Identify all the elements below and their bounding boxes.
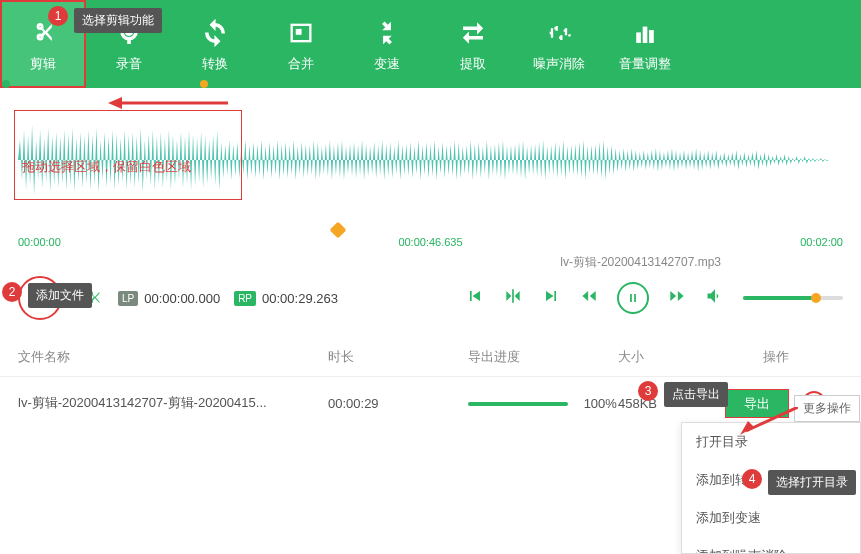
more-ops-label[interactable]: 更多操作	[794, 395, 860, 422]
annotation-tip-4: 选择打开目录	[768, 470, 856, 495]
row-name: lv-剪辑-20200413142707-剪辑-20200415...	[18, 394, 328, 412]
header-size: 大小	[618, 348, 708, 366]
marker-selection[interactable]	[200, 80, 208, 88]
playback-controls	[465, 282, 843, 314]
arrow-annotation-2	[738, 407, 798, 437]
tool-merge[interactable]: 合并	[258, 0, 344, 88]
header-name: 文件名称	[18, 348, 328, 366]
time-end: 00:02:00	[800, 236, 843, 248]
annotation-badge-1: 1	[48, 6, 68, 26]
waveform-track[interactable]: 拖动选择区域，保留白色区域	[18, 110, 843, 230]
svg-rect-3	[643, 27, 647, 42]
time-start: 00:00:00	[18, 236, 61, 248]
marker-start[interactable]	[2, 80, 10, 88]
header-duration: 时长	[328, 348, 468, 366]
annotation-tip-3: 点击导出	[664, 382, 728, 407]
speed-icon	[373, 15, 401, 51]
annotation-tip-2: 添加文件	[28, 283, 92, 308]
rp-badge[interactable]: RP	[234, 291, 256, 306]
volume-slider[interactable]	[743, 296, 843, 300]
tool-noise-label: 噪声消除	[533, 55, 585, 73]
row-duration: 00:00:29	[328, 396, 468, 411]
tool-extract-label: 提取	[460, 55, 486, 73]
tool-volume-label: 音量调整	[619, 55, 671, 73]
selection-box[interactable]	[14, 110, 242, 200]
svg-rect-2	[637, 33, 641, 42]
volume-icon	[631, 15, 659, 51]
menu-add-speed[interactable]: 添加到变速	[682, 499, 860, 537]
tool-merge-label: 合并	[288, 55, 314, 73]
tool-speed-label: 变速	[374, 55, 400, 73]
tool-extract[interactable]: 提取	[430, 0, 516, 88]
tool-convert-label: 转换	[202, 55, 228, 73]
merge-icon	[287, 15, 315, 51]
progress-bar	[468, 402, 568, 406]
svg-rect-1	[296, 30, 301, 35]
time-axis: 00:00:00 00:00:46.635 00:02:00	[18, 236, 843, 248]
skip-start-button[interactable]	[465, 286, 485, 310]
skip-next-button[interactable]	[541, 286, 561, 310]
svg-line-7	[746, 407, 798, 431]
menu-add-noise[interactable]: 添加到噪声消除	[682, 537, 860, 553]
annotation-badge-3: 3	[638, 381, 658, 401]
convert-icon	[201, 15, 229, 51]
marker-end[interactable]	[851, 80, 859, 88]
tool-volume[interactable]: 音量调整	[602, 0, 688, 88]
header-progress: 导出进度	[468, 348, 618, 366]
row-progress: 100%	[468, 396, 618, 411]
time-mid: 00:00:46.635	[398, 236, 462, 248]
annotation-badge-4: 4	[742, 469, 762, 489]
tool-speed[interactable]: 变速	[344, 0, 430, 88]
waveform-area: 拖动选择区域，保留白色区域 00:00:00 00:00:46.635 00:0…	[0, 88, 861, 268]
pause-button[interactable]	[617, 282, 649, 314]
header-action: 操作	[708, 348, 843, 366]
extract-icon	[459, 15, 487, 51]
svg-rect-4	[650, 31, 654, 43]
controls-bar: lv-剪辑-20200413142707.mp3 LP 00:00:00.000…	[0, 268, 861, 328]
rewind-button[interactable]	[579, 286, 599, 310]
lp-badge[interactable]: LP	[118, 291, 138, 306]
progress-text: 100%	[584, 396, 617, 411]
volume-thumb[interactable]	[811, 293, 821, 303]
svg-marker-8	[740, 421, 754, 435]
annotation-tip-1: 选择剪辑功能	[74, 8, 162, 33]
svg-marker-6	[108, 97, 122, 109]
lp-time: 00:00:00.000	[144, 291, 220, 306]
volume-fill	[743, 296, 813, 300]
forward-button[interactable]	[667, 286, 687, 310]
tool-record-label: 录音	[116, 55, 142, 73]
tool-convert[interactable]: 转换	[172, 0, 258, 88]
annotation-badge-2: 2	[2, 282, 22, 302]
current-file-label: lv-剪辑-20200413142707.mp3	[560, 254, 721, 271]
trim-in-button[interactable]	[503, 286, 523, 310]
noise-icon	[545, 15, 573, 51]
tool-cut-label: 剪辑	[30, 55, 56, 73]
selection-hint: 拖动选择区域，保留白色区域	[22, 158, 191, 176]
file-table-header: 文件名称 时长 导出进度 大小 操作	[0, 338, 861, 377]
rp-time: 00:00:29.263	[262, 291, 338, 306]
volume-icon-ctrl[interactable]	[705, 286, 725, 310]
tool-noise[interactable]: 噪声消除	[516, 0, 602, 88]
